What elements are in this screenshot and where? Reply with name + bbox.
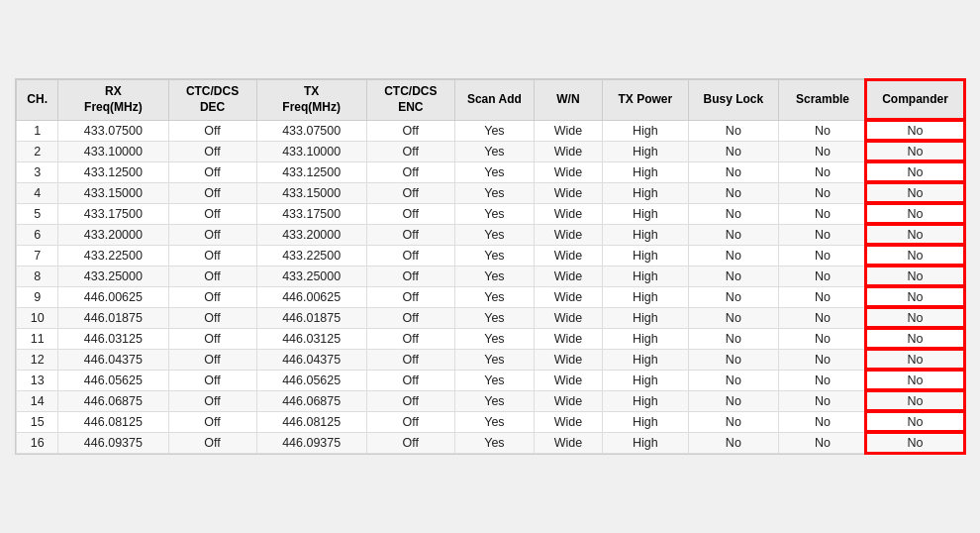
cell-rx: 433.17500 bbox=[58, 203, 168, 224]
cell-txpower: High bbox=[602, 224, 688, 245]
cell-scramble: No bbox=[778, 245, 866, 266]
cell-tx: 446.00625 bbox=[256, 286, 366, 307]
cell-scanadd: Yes bbox=[454, 370, 534, 390]
cell-tx: 446.03125 bbox=[256, 328, 366, 349]
cell-scramble: No bbox=[778, 286, 866, 307]
header-ch: CH. bbox=[17, 80, 58, 120]
cell-tx: 433.25000 bbox=[256, 266, 366, 286]
cell-wn: Wide bbox=[534, 245, 602, 266]
cell-ctcdcs_dec: Off bbox=[168, 141, 256, 161]
header-tx: TXFreq(MHz) bbox=[256, 80, 366, 120]
cell-busylock: No bbox=[688, 328, 778, 349]
cell-rx: 446.00625 bbox=[58, 286, 168, 307]
table-row[interactable]: 1433.07500Off433.07500OffYesWideHighNoNo… bbox=[17, 120, 964, 141]
cell-ch: 14 bbox=[17, 390, 58, 411]
cell-ctcdcs_enc: Off bbox=[366, 141, 454, 161]
cell-compander: No bbox=[866, 370, 963, 390]
cell-scanadd: Yes bbox=[454, 286, 534, 307]
cell-busylock: No bbox=[688, 432, 778, 453]
cell-compander: No bbox=[866, 161, 963, 182]
cell-scanadd: Yes bbox=[454, 182, 534, 203]
cell-tx: 433.10000 bbox=[256, 141, 366, 161]
cell-wn: Wide bbox=[534, 307, 602, 328]
header-wn: W/N bbox=[534, 80, 602, 120]
cell-scramble: No bbox=[778, 328, 866, 349]
cell-rx: 433.12500 bbox=[58, 161, 168, 182]
cell-ctcdcs_dec: Off bbox=[168, 120, 256, 141]
table-row[interactable]: 4433.15000Off433.15000OffYesWideHighNoNo… bbox=[17, 182, 964, 203]
cell-txpower: High bbox=[602, 245, 688, 266]
cell-scramble: No bbox=[778, 141, 866, 161]
cell-busylock: No bbox=[688, 245, 778, 266]
cell-ctcdcs_enc: Off bbox=[366, 328, 454, 349]
table-row[interactable]: 16446.09375Off446.09375OffYesWideHighNoN… bbox=[17, 432, 964, 453]
cell-txpower: High bbox=[602, 411, 688, 432]
cell-scanadd: Yes bbox=[454, 328, 534, 349]
cell-tx: 433.12500 bbox=[256, 161, 366, 182]
cell-scanadd: Yes bbox=[454, 390, 534, 411]
table-row[interactable]: 11446.03125Off446.03125OffYesWideHighNoN… bbox=[17, 328, 964, 349]
cell-ctcdcs_dec: Off bbox=[168, 224, 256, 245]
table-row[interactable]: 9446.00625Off446.00625OffYesWideHighNoNo… bbox=[17, 286, 964, 307]
cell-ch: 6 bbox=[17, 224, 58, 245]
cell-scramble: No bbox=[778, 390, 866, 411]
cell-tx: 446.06875 bbox=[256, 390, 366, 411]
table-row[interactable]: 15446.08125Off446.08125OffYesWideHighNoN… bbox=[17, 411, 964, 432]
cell-busylock: No bbox=[688, 286, 778, 307]
cell-ch: 2 bbox=[17, 141, 58, 161]
table-row[interactable]: 12446.04375Off446.04375OffYesWideHighNoN… bbox=[17, 349, 964, 370]
table-row[interactable]: 2433.10000Off433.10000OffYesWideHighNoNo… bbox=[17, 141, 964, 161]
cell-txpower: High bbox=[602, 370, 688, 390]
cell-txpower: High bbox=[602, 120, 688, 141]
cell-ctcdcs_dec: Off bbox=[168, 349, 256, 370]
cell-wn: Wide bbox=[534, 141, 602, 161]
cell-ch: 9 bbox=[17, 286, 58, 307]
cell-rx: 433.15000 bbox=[58, 182, 168, 203]
table-row[interactable]: 5433.17500Off433.17500OffYesWideHighNoNo… bbox=[17, 203, 964, 224]
cell-ctcdcs_dec: Off bbox=[168, 370, 256, 390]
cell-wn: Wide bbox=[534, 266, 602, 286]
table-row[interactable]: 10446.01875Off446.01875OffYesWideHighNoN… bbox=[17, 307, 964, 328]
cell-wn: Wide bbox=[534, 328, 602, 349]
cell-txpower: High bbox=[602, 266, 688, 286]
table-row[interactable]: 8433.25000Off433.25000OffYesWideHighNoNo… bbox=[17, 266, 964, 286]
cell-rx: 446.05625 bbox=[58, 370, 168, 390]
cell-compander: No bbox=[866, 286, 963, 307]
channel-table-wrapper: CH. RXFreq(MHz) CTC/DCSDEC TXFreq(MHz) C… bbox=[15, 78, 965, 454]
cell-wn: Wide bbox=[534, 161, 602, 182]
cell-ctcdcs_dec: Off bbox=[168, 182, 256, 203]
cell-ch: 10 bbox=[17, 307, 58, 328]
table-row[interactable]: 3433.12500Off433.12500OffYesWideHighNoNo… bbox=[17, 161, 964, 182]
cell-compander: No bbox=[866, 266, 963, 286]
table-row[interactable]: 7433.22500Off433.22500OffYesWideHighNoNo… bbox=[17, 245, 964, 266]
table-row[interactable]: 13446.05625Off446.05625OffYesWideHighNoN… bbox=[17, 370, 964, 390]
cell-rx: 446.01875 bbox=[58, 307, 168, 328]
cell-wn: Wide bbox=[534, 120, 602, 141]
cell-ctcdcs_dec: Off bbox=[168, 245, 256, 266]
cell-rx: 446.08125 bbox=[58, 411, 168, 432]
cell-txpower: High bbox=[602, 349, 688, 370]
cell-busylock: No bbox=[688, 349, 778, 370]
table-header-row: CH. RXFreq(MHz) CTC/DCSDEC TXFreq(MHz) C… bbox=[17, 80, 964, 120]
cell-ch: 11 bbox=[17, 328, 58, 349]
table-row[interactable]: 14446.06875Off446.06875OffYesWideHighNoN… bbox=[17, 390, 964, 411]
cell-scanadd: Yes bbox=[454, 161, 534, 182]
cell-rx: 446.06875 bbox=[58, 390, 168, 411]
cell-scramble: No bbox=[778, 266, 866, 286]
cell-compander: No bbox=[866, 224, 963, 245]
cell-rx: 433.22500 bbox=[58, 245, 168, 266]
cell-compander: No bbox=[866, 328, 963, 349]
cell-busylock: No bbox=[688, 307, 778, 328]
cell-compander: No bbox=[866, 120, 963, 141]
cell-ch: 16 bbox=[17, 432, 58, 453]
cell-scanadd: Yes bbox=[454, 411, 534, 432]
cell-tx: 446.01875 bbox=[256, 307, 366, 328]
cell-ctcdcs_dec: Off bbox=[168, 307, 256, 328]
cell-ch: 3 bbox=[17, 161, 58, 182]
cell-scramble: No bbox=[778, 203, 866, 224]
cell-rx: 446.09375 bbox=[58, 432, 168, 453]
table-row[interactable]: 6433.20000Off433.20000OffYesWideHighNoNo… bbox=[17, 224, 964, 245]
cell-wn: Wide bbox=[534, 349, 602, 370]
cell-compander: No bbox=[866, 411, 963, 432]
cell-compander: No bbox=[866, 307, 963, 328]
